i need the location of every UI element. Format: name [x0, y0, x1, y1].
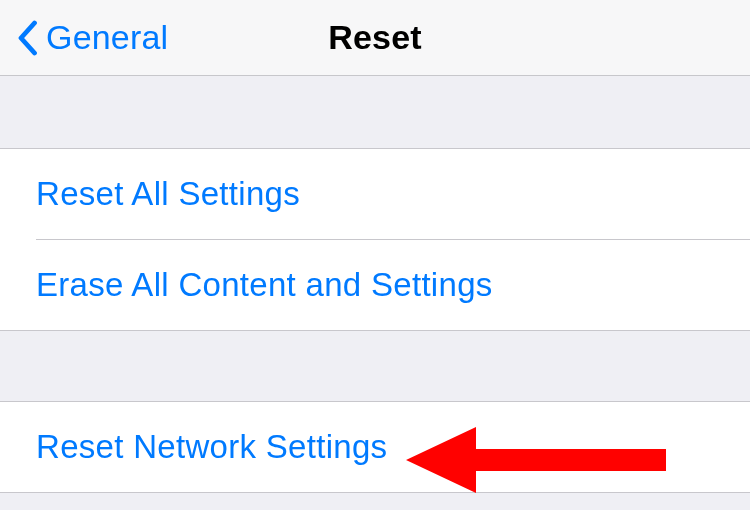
list-item-label: Erase All Content and Settings [36, 266, 493, 303]
reset-all-settings-item[interactable]: Reset All Settings [0, 149, 750, 239]
back-button[interactable]: General [16, 0, 168, 75]
list-group-2: Reset Network Settings [0, 401, 750, 493]
section-spacer [0, 76, 750, 148]
section-spacer [0, 331, 750, 401]
list-item-label: Reset All Settings [36, 175, 300, 212]
page-title: Reset [328, 18, 422, 57]
navigation-bar: General Reset [0, 0, 750, 76]
list-group-1: Reset All Settings Erase All Content and… [0, 148, 750, 331]
reset-network-settings-item[interactable]: Reset Network Settings [0, 402, 750, 492]
chevron-left-icon [16, 20, 38, 56]
back-button-label: General [46, 18, 168, 57]
list-item-label: Reset Network Settings [36, 428, 387, 465]
erase-all-content-item[interactable]: Erase All Content and Settings [36, 239, 750, 330]
